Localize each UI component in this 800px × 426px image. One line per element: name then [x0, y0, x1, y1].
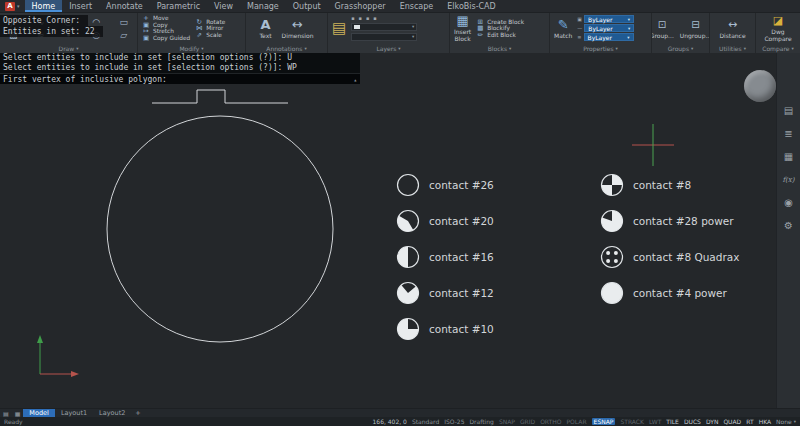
- status-toggle-snap[interactable]: SNAP: [499, 418, 515, 425]
- properties-panel-icon[interactable]: ▤: [784, 105, 793, 117]
- status-toggle-quad[interactable]: QUAD: [723, 418, 741, 425]
- menu-tab-enscape[interactable]: Enscape: [393, 0, 441, 12]
- menu-tab-home[interactable]: Home: [25, 0, 63, 12]
- menu-tab-parametric[interactable]: Parametric: [150, 0, 207, 12]
- menu-tab-annotate[interactable]: Annotate: [99, 0, 150, 12]
- layer-state-select[interactable]: ▾: [351, 33, 417, 41]
- sheets-panel-icon[interactable]: ▦: [784, 151, 793, 163]
- group-icon: ⊡: [658, 18, 666, 32]
- command-prompt-text: First vertex of inclusive polygon:: [3, 74, 167, 85]
- menu-tab-elkobis-cad[interactable]: ElkoBis-CAD: [440, 0, 503, 12]
- menu-tab-output[interactable]: Output: [286, 0, 328, 12]
- lineweight-icon: ≡: [577, 34, 581, 40]
- panel-label-utilities[interactable]: Utilities▾: [710, 43, 755, 53]
- status-toggle-dyn[interactable]: DYN: [706, 418, 718, 425]
- panel-label-properties[interactable]: Properties▾: [550, 43, 651, 53]
- match-properties-tool[interactable]: ✎Match: [554, 18, 572, 39]
- layer-freeze-icon[interactable]: ▪: [359, 15, 362, 21]
- current-layer-select[interactable]: ▾: [351, 23, 417, 31]
- ribbon-panel-layers: ▤ ▪ ▪ ▪ ▪ ▾ ▾ Layers▾: [328, 13, 450, 53]
- chevron-down-icon: ▾: [201, 46, 203, 51]
- panel-label-modify[interactable]: Modify▾: [138, 43, 245, 53]
- copy-guided-tool[interactable]: ▣Copy Guided: [142, 35, 190, 42]
- workspace-field[interactable]: Drafting: [469, 418, 493, 425]
- layer-tools: ▪ ▪ ▪ ▪: [351, 15, 417, 22]
- coordinates-display[interactable]: 166, 402, 0: [373, 418, 407, 425]
- annotation-scale[interactable]: None▾: [776, 418, 796, 425]
- insert-block-label-2: Block: [454, 36, 470, 42]
- menu-tab-manage[interactable]: Manage: [240, 0, 286, 12]
- dwg-compare-tool[interactable]: ◪DwgCompare: [764, 14, 791, 42]
- region-icon[interactable]: ▱: [120, 29, 127, 41]
- right-sidebar: ▤≣▦f(x)◉⚙: [776, 53, 800, 408]
- linetype-select[interactable]: ByLayer▾: [584, 24, 634, 32]
- layer-on-icon[interactable]: ▪: [351, 15, 354, 21]
- render-materials-icon[interactable]: ◉: [784, 197, 793, 209]
- settings-icon[interactable]: ⚙: [784, 220, 793, 232]
- scale-label: Scale: [206, 32, 222, 38]
- command-expand-icon[interactable]: ▴: [353, 74, 357, 85]
- panel-label-blocks[interactable]: Blocks▾: [450, 43, 549, 53]
- command-prompt[interactable]: First vertex of inclusive polygon: ▴: [0, 73, 360, 84]
- add-layout-button[interactable]: +: [131, 409, 144, 417]
- connector-shell-drawing: [107, 90, 333, 342]
- text-tool[interactable]: AText: [259, 18, 271, 39]
- status-toggle-rt[interactable]: RT: [746, 418, 753, 425]
- stretch-label: Stretch: [153, 28, 174, 34]
- layout-tab-layout1[interactable]: Layout1: [55, 409, 93, 417]
- edit-block-tool[interactable]: ✏Edit Block: [476, 31, 524, 38]
- chevron-down-icon: ▾: [794, 419, 796, 424]
- connector-shell-circle: [107, 116, 333, 342]
- status-toggle-polar[interactable]: POLAR: [566, 418, 586, 425]
- insert-block-tool[interactable]: ▦InsertBlock: [454, 14, 471, 42]
- layout-tab-layout2[interactable]: Layout2: [93, 409, 131, 417]
- app-logo[interactable]: A ▾: [0, 0, 25, 12]
- layer-lock-icon[interactable]: ▪: [366, 15, 369, 21]
- status-toggle-strack[interactable]: STRACK: [620, 418, 644, 425]
- chevron-down-icon: ▾: [628, 17, 630, 22]
- menu-tab-insert[interactable]: Insert: [62, 0, 99, 12]
- panel-label-draw[interactable]: Draw▾: [0, 43, 137, 53]
- layers-panel-icon[interactable]: ≣: [784, 128, 792, 140]
- layers-icon[interactable]: ▤: [332, 21, 346, 35]
- menu-tab-grasshopper[interactable]: Grasshopper: [328, 0, 393, 12]
- ribbon-panel-annotations: AText ↔Dimension Annotations▾: [246, 13, 328, 53]
- fx-panel-icon[interactable]: f(x): [782, 174, 794, 186]
- status-toggle-ortho[interactable]: ORTHO: [540, 418, 561, 425]
- distance-tool[interactable]: ↔Distance: [719, 18, 745, 39]
- dim-style-field[interactable]: ISO-25: [444, 418, 464, 425]
- ribbon-panel-compare: ◪DwgCompare Compare▾: [756, 13, 800, 53]
- status-toggle-tile[interactable]: TILE: [666, 418, 679, 425]
- color-select[interactable]: ByLayer▾: [584, 15, 634, 23]
- text-style-field[interactable]: Standard: [412, 418, 439, 425]
- model-space-icon[interactable]: ▤: [0, 409, 12, 417]
- panel-label-annotations[interactable]: Annotations▾: [246, 43, 327, 53]
- panel-label-compare[interactable]: Compare▾: [756, 43, 800, 53]
- status-toggle-ducs[interactable]: DUCS: [684, 418, 701, 425]
- panel-label-groups[interactable]: Groups▾: [652, 43, 709, 53]
- status-bar: Ready 166, 402, 0 Standard ISO-25 Drafti…: [0, 417, 800, 426]
- status-toggle-lwt[interactable]: LWT: [649, 418, 661, 425]
- layout-tab-model[interactable]: Model: [23, 409, 55, 417]
- status-toggle-grid[interactable]: GRID: [520, 418, 535, 425]
- menu-tab-view[interactable]: View: [207, 0, 240, 12]
- layout-list-icon[interactable]: ▦: [12, 409, 24, 417]
- status-toggle-hka[interactable]: HKA: [759, 418, 771, 425]
- rectangle-icon[interactable]: ▭: [119, 16, 128, 28]
- navigation-ball[interactable]: [744, 70, 776, 102]
- scale-tool[interactable]: ⇗Scale: [195, 31, 225, 38]
- ungroup-label: Ungroup...: [680, 33, 709, 39]
- logo-dropdown-icon: ▾: [17, 3, 20, 9]
- layer-isolate-icon[interactable]: ▪: [373, 15, 376, 21]
- lineweight-select[interactable]: ByLayer▾: [584, 33, 634, 41]
- dimension-tool[interactable]: ↔Dimension: [282, 18, 314, 39]
- chevron-down-icon: ▾: [627, 35, 629, 40]
- ungroup-tool[interactable]: ⊟Ungroup...: [680, 18, 709, 39]
- chevron-down-icon: ▾: [76, 46, 78, 51]
- ribbon-panel-modify: +Move ▣Copy ↦Stretch ▣Copy Guided ↻Rotat…: [138, 13, 246, 53]
- status-toggle-esnap[interactable]: ESNAP: [592, 418, 616, 425]
- status-toggle-group: SNAPGRIDORTHOPOLARESNAPSTRACKLWTTILEDUCS…: [499, 418, 771, 425]
- panel-label-layers[interactable]: Layers▾: [328, 43, 449, 53]
- group-tool[interactable]: ⊡Group...: [652, 18, 674, 39]
- chevron-down-icon: ▾: [398, 46, 400, 51]
